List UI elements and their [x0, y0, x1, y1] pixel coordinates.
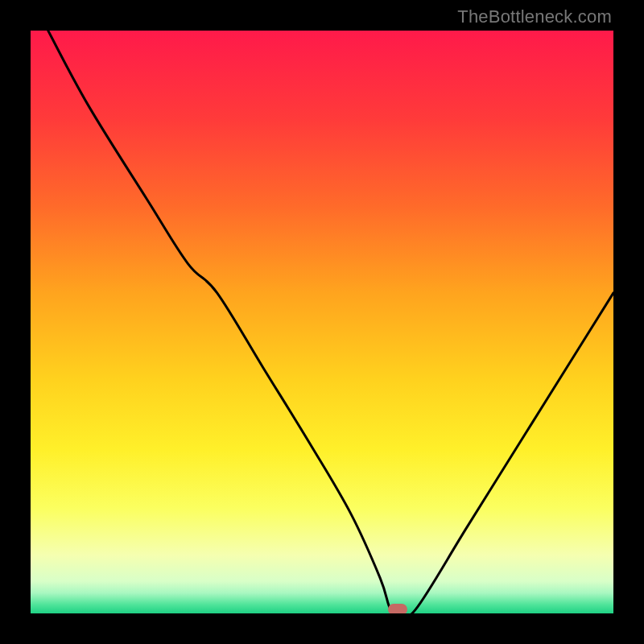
chart-frame: TheBottleneck.com — [0, 0, 644, 644]
watermark-text: TheBottleneck.com — [457, 6, 612, 27]
bottleneck-curve — [48, 31, 613, 613]
curve-layer — [31, 31, 613, 613]
plot-area — [31, 31, 613, 613]
